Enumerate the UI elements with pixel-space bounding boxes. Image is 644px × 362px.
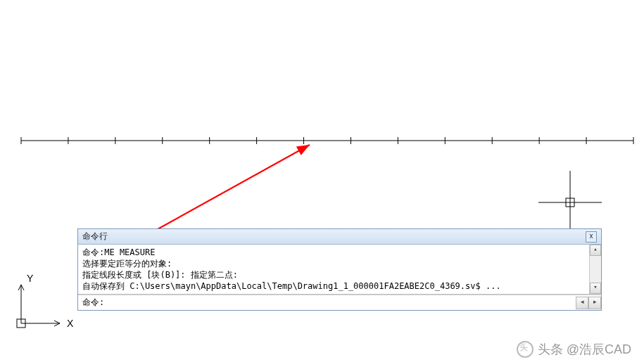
close-icon[interactable]: x	[586, 231, 597, 243]
annotation-arrow	[137, 145, 310, 240]
scroll-right-icon[interactable]: ▸	[588, 297, 601, 309]
svg-line-15	[137, 145, 310, 240]
command-line-title: 命令行	[82, 231, 108, 243]
crosshair-cursor	[538, 171, 602, 234]
command-line-titlebar[interactable]: 命令行 x	[78, 229, 601, 245]
command-history-line: 自动保存到 C:\Users\mayn\AppData\Local\Temp\D…	[82, 280, 597, 292]
command-input[interactable]	[107, 297, 576, 309]
command-history-line: 命令:ME MEASURE	[82, 247, 597, 258]
scroll-left-icon[interactable]: ◂	[576, 297, 588, 309]
ucs-icon: XY	[17, 273, 74, 329]
watermark-logo-icon	[517, 341, 533, 358]
command-history[interactable]: 命令:ME MEASURE 选择要定距等分的对象: 指定线段长度或 [块(B)]…	[78, 245, 601, 295]
horizontal-scrollbar[interactable]: ◂ ▸	[576, 297, 601, 309]
watermark-text: 头条 @浩辰CAD	[538, 341, 631, 358]
svg-text:X: X	[67, 318, 74, 329]
measured-line	[21, 137, 633, 144]
command-history-line: 选择要定距等分的对象:	[82, 258, 597, 269]
vertical-scrollbar[interactable]: ▴ ▾	[589, 245, 601, 294]
scroll-down-icon[interactable]: ▾	[590, 283, 601, 294]
command-prompt-label: 命令:	[78, 295, 107, 310]
scroll-up-icon[interactable]: ▴	[590, 245, 601, 256]
command-input-row: 命令: ◂ ▸	[78, 295, 601, 310]
command-line-panel: 命令行 x 命令:ME MEASURE 选择要定距等分的对象: 指定线段长度或 …	[77, 228, 602, 311]
svg-text:Y: Y	[27, 273, 34, 284]
command-history-line: 指定线段长度或 [块(B)]: 指定第二点:	[82, 269, 597, 280]
watermark: 头条 @浩辰CAD	[517, 341, 631, 358]
svg-marker-16	[296, 145, 310, 155]
